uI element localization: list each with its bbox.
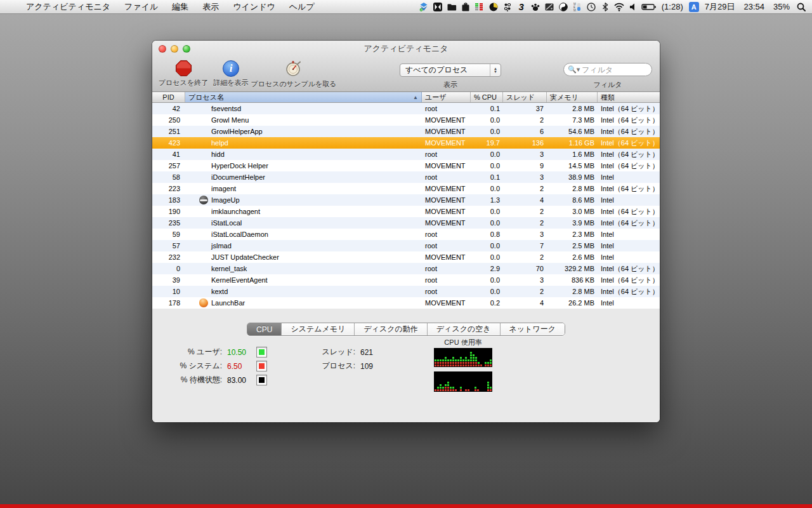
cell-user: MOVEMENT: [422, 162, 471, 170]
cell-cpu: 2.9: [471, 263, 503, 274]
cell-cpu: 0.1: [471, 171, 503, 183]
table-row[interactable]: 10 kextd root 0.0 2 2.8 MB Intel（64 ビット）: [152, 286, 660, 297]
cell-memory: 3.9 MB: [547, 217, 598, 229]
folder-icon[interactable]: [446, 1, 457, 13]
column-header-kind[interactable]: 種類: [598, 92, 660, 102]
menu-item[interactable]: ウインドウ: [226, 0, 282, 14]
clipboard-icon[interactable]: [460, 1, 471, 13]
cell-kind: Intel（64 ビット）: [598, 218, 660, 228]
table-row[interactable]: 257 HyperDock Helper MOVEMENT 0.0 9 14.5…: [152, 160, 660, 171]
bluetooth-icon[interactable]: [599, 1, 611, 13]
quit-process-button[interactable]: プロセスを終了: [157, 60, 209, 88]
cell-process-name: kextd: [185, 287, 422, 296]
cell-threads: 4: [503, 297, 547, 309]
table-row[interactable]: 41 hidd root 0.0 3 1.6 MB Intel（64 ビット）: [152, 149, 660, 160]
battery-time: (1:28): [658, 2, 686, 11]
table-row[interactable]: 232 JUST UpdateChecker MOVEMENT 0.0 2 2.…: [152, 251, 660, 263]
time-machine-icon[interactable]: [586, 1, 597, 13]
cell-threads: 37: [503, 103, 547, 114]
menu-item[interactable]: アクティビティモニタ: [19, 0, 117, 14]
column-header-cpu[interactable]: % CPU: [471, 92, 503, 102]
dots-icon[interactable]: [502, 1, 513, 13]
menu-item[interactable]: ファイル: [117, 0, 165, 14]
dock-edge-strip: [0, 504, 812, 508]
menubar-time[interactable]: 23:54: [740, 2, 768, 11]
menubar-date[interactable]: 7月29日: [702, 1, 738, 13]
idle-color-swatch[interactable]: [256, 375, 267, 385]
volume-icon[interactable]: [627, 1, 639, 13]
menu-item[interactable]: 表示: [195, 0, 226, 14]
user-percent-value: 10.50: [227, 348, 256, 357]
bottom-pane: CPU システムメモリ ディスクの動作 ディスクの空き ネットワーク % ユーザ…: [152, 309, 660, 422]
menu-bar: アクティビティモニタファイル編集表示ウインドウヘルプ 3 MEM: [0, 0, 812, 14]
table-row[interactable]: 42 fseventsd root 0.1 37 2.8 MB Intel（64…: [152, 103, 660, 114]
dropbox-icon[interactable]: [418, 1, 429, 13]
table-row[interactable]: 190 imklaunchagent MOVEMENT 0.0 2 3.0 MB…: [152, 206, 660, 217]
cell-process-name: GrowlHelperApp: [185, 127, 422, 136]
column-header-user[interactable]: ユーザ: [422, 92, 471, 102]
sample-process-button[interactable]: プロセスのサンプルを取る: [252, 59, 335, 89]
table-row[interactable]: 58 iDocumentHelper root 0.1 3 38.9 MB In…: [152, 171, 660, 183]
stats-tab[interactable]: システムメモリ: [282, 323, 355, 335]
cell-kind: Intel（64 ビット）: [598, 276, 660, 285]
search-icon: 🔍▾: [568, 65, 580, 74]
xmarks-icon[interactable]: [432, 1, 443, 13]
stats-tab[interactable]: ディスクの動作: [355, 323, 427, 335]
system-color-swatch[interactable]: [256, 361, 267, 371]
table-row[interactable]: 183 ImageUp MOVEMENT 1.3 4 8.6 MB Intel: [152, 194, 660, 206]
wifi-icon[interactable]: [613, 1, 625, 13]
title-bar[interactable]: アクティビティモニタ: [152, 41, 660, 57]
minimize-button[interactable]: [171, 45, 178, 53]
table-row[interactable]: 39 KernelEventAgent root 0.0 3 836 KB In…: [152, 274, 660, 286]
table-row[interactable]: 0 kernel_task root 2.9 70 329.2 MB Intel…: [152, 263, 660, 274]
yinyang-icon[interactable]: [558, 1, 569, 13]
cell-memory: 2.8 MB: [547, 183, 598, 194]
screenshot-icon[interactable]: [544, 1, 555, 13]
table-row[interactable]: 57 jslmad root 0.0 7 2.5 MB Intel: [152, 240, 660, 251]
stats-tab[interactable]: ネットワーク: [501, 323, 565, 335]
close-button[interactable]: [159, 45, 166, 53]
stats-tab[interactable]: CPU: [247, 323, 282, 335]
cpu-stats-panel: % ユーザ: 10.50 % システム: 6.50 % 待機状態: 83.00 …: [152, 347, 660, 422]
input-source-icon[interactable]: A: [689, 2, 699, 12]
user-color-swatch[interactable]: [256, 347, 267, 358]
table-row[interactable]: 59 iStatLocalDaemon root 0.8 3 2.3 MB In…: [152, 229, 660, 240]
table-row[interactable]: 223 imagent MOVEMENT 0.0 2 2.8 MB Intel（…: [152, 183, 660, 194]
cell-cpu: 0.0: [471, 149, 503, 160]
table-row[interactable]: 250 Growl Menu MOVEMENT 0.0 2 7.3 MB Int…: [152, 114, 660, 126]
cell-user: root: [422, 242, 471, 250]
cell-cpu: 0.0: [471, 114, 503, 126]
stopwatch-icon: [284, 59, 303, 78]
bolt3-icon[interactable]: 3: [516, 1, 527, 13]
svg-text:M: M: [573, 9, 576, 12]
process-table: PID プロセス名 ▲ ユーザ % CPU スレッド 実メモリ 種類 42 fs…: [152, 92, 660, 309]
menu-item[interactable]: 編集: [165, 0, 195, 14]
column-header-memory[interactable]: 実メモリ: [547, 92, 598, 102]
filter-input[interactable]: [582, 65, 648, 74]
table-row[interactable]: 423 helpd MOVEMENT 19.7 136 1.16 GB Inte…: [152, 137, 660, 149]
menubar-percent[interactable]: 35%: [770, 2, 793, 11]
column-header-threads[interactable]: スレッド: [503, 92, 547, 102]
stats-tab[interactable]: ディスクの空き: [428, 323, 501, 335]
disk-usage-icon[interactable]: [488, 1, 499, 13]
process-filter-popup[interactable]: すべてのプロセス ▲▼: [400, 64, 501, 77]
spotlight-icon[interactable]: [796, 1, 807, 13]
filter-search-field[interactable]: 🔍▾: [563, 63, 652, 76]
istat-bars-icon[interactable]: [474, 1, 485, 13]
cell-pid: 232: [152, 251, 185, 263]
processes-label: プロセス:: [311, 361, 355, 371]
column-header-process-name[interactable]: プロセス名 ▲: [185, 92, 422, 102]
battery-status[interactable]: (1:28): [641, 2, 686, 12]
paw-icon[interactable]: [530, 1, 541, 13]
zoom-button[interactable]: [183, 45, 190, 53]
table-row[interactable]: 251 GrowlHelperApp MOVEMENT 0.0 6 54.6 M…: [152, 126, 660, 137]
menu-item[interactable]: ヘルプ: [282, 0, 322, 14]
table-row[interactable]: 178 LaunchBar MOVEMENT 0.2 4 26.2 MB Int…: [152, 297, 660, 309]
memory-meter-icon[interactable]: MEM: [572, 1, 583, 13]
table-row[interactable]: 235 iStatLocal MOVEMENT 0.0 2 3.9 MB Int…: [152, 217, 660, 229]
process-name-label: kernel_task: [211, 265, 247, 272]
inspect-button[interactable]: i 詳細を表示: [213, 60, 249, 88]
cell-kind: Intel: [598, 173, 660, 181]
cell-kind: Intel（64 ビット）: [598, 287, 660, 297]
column-header-pid[interactable]: PID: [152, 92, 185, 102]
